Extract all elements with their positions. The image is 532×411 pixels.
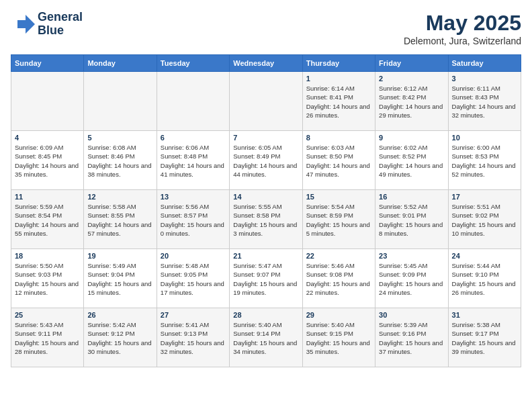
day-number: 20: [161, 252, 226, 260]
day-number: 17: [452, 193, 517, 201]
logo-icon: [11, 12, 35, 36]
day-number: 26: [87, 311, 152, 319]
day-number: 14: [233, 193, 298, 201]
day-info: Sunrise: 5:54 AM Sunset: 8:59 PM Dayligh…: [306, 202, 371, 238]
day-number: 13: [161, 193, 226, 201]
calendar-cell: 14Sunrise: 5:55 AM Sunset: 8:58 PM Dayli…: [230, 190, 302, 249]
calendar-table: SundayMondayTuesdayWednesdayThursdayFrid…: [11, 54, 521, 367]
calendar-cell: 21Sunrise: 5:47 AM Sunset: 9:07 PM Dayli…: [230, 249, 302, 308]
calendar-cell: 24Sunrise: 5:44 AM Sunset: 9:10 PM Dayli…: [448, 249, 521, 308]
day-number: 6: [161, 134, 226, 142]
day-number: 27: [161, 311, 226, 319]
day-number: 22: [306, 252, 371, 260]
calendar-cell: 19Sunrise: 5:49 AM Sunset: 9:04 PM Dayli…: [84, 249, 157, 308]
day-info: Sunrise: 5:59 AM Sunset: 8:54 PM Dayligh…: [15, 202, 80, 238]
day-number: 28: [233, 311, 298, 319]
day-info: Sunrise: 5:42 AM Sunset: 9:12 PM Dayligh…: [87, 320, 152, 356]
day-number: 31: [452, 311, 517, 319]
day-info: Sunrise: 5:55 AM Sunset: 8:58 PM Dayligh…: [233, 202, 298, 238]
day-info: Sunrise: 5:45 AM Sunset: 9:09 PM Dayligh…: [379, 261, 444, 297]
week-row-5: 25Sunrise: 5:43 AM Sunset: 9:11 PM Dayli…: [11, 308, 521, 367]
day-info: Sunrise: 5:43 AM Sunset: 9:11 PM Dayligh…: [15, 320, 80, 356]
month-title: May 2025: [404, 11, 521, 36]
week-row-3: 11Sunrise: 5:59 AM Sunset: 8:54 PM Dayli…: [11, 190, 521, 249]
week-row-4: 18Sunrise: 5:50 AM Sunset: 9:03 PM Dayli…: [11, 249, 521, 308]
day-number: 9: [379, 134, 444, 142]
calendar-cell: 13Sunrise: 5:56 AM Sunset: 8:57 PM Dayli…: [157, 190, 229, 249]
day-number: 25: [15, 311, 80, 319]
day-info: Sunrise: 5:51 AM Sunset: 9:02 PM Dayligh…: [452, 202, 517, 238]
day-info: Sunrise: 5:41 AM Sunset: 9:13 PM Dayligh…: [161, 320, 226, 356]
day-info: Sunrise: 5:40 AM Sunset: 9:15 PM Dayligh…: [306, 320, 371, 356]
day-info: Sunrise: 6:09 AM Sunset: 8:45 PM Dayligh…: [15, 143, 80, 179]
calendar-cell: 4Sunrise: 6:09 AM Sunset: 8:45 PM Daylig…: [11, 131, 84, 190]
day-info: Sunrise: 5:48 AM Sunset: 9:05 PM Dayligh…: [161, 261, 226, 297]
day-info: Sunrise: 5:49 AM Sunset: 9:04 PM Dayligh…: [87, 261, 152, 297]
calendar-cell: 23Sunrise: 5:45 AM Sunset: 9:09 PM Dayli…: [375, 249, 448, 308]
calendar-cell: 1Sunrise: 6:14 AM Sunset: 8:41 PM Daylig…: [302, 72, 375, 131]
day-info: Sunrise: 6:05 AM Sunset: 8:49 PM Dayligh…: [233, 143, 298, 179]
day-info: Sunrise: 6:02 AM Sunset: 8:52 PM Dayligh…: [379, 143, 444, 179]
header-cell-friday: Friday: [375, 55, 448, 72]
calendar-cell: 12Sunrise: 5:58 AM Sunset: 8:55 PM Dayli…: [84, 190, 157, 249]
calendar-cell: 18Sunrise: 5:50 AM Sunset: 9:03 PM Dayli…: [11, 249, 84, 308]
week-row-1: 1Sunrise: 6:14 AM Sunset: 8:41 PM Daylig…: [11, 72, 521, 131]
header-cell-sunday: Sunday: [11, 55, 84, 72]
day-info: Sunrise: 5:58 AM Sunset: 8:55 PM Dayligh…: [87, 202, 152, 238]
calendar-cell: 28Sunrise: 5:40 AM Sunset: 9:14 PM Dayli…: [230, 308, 302, 367]
day-number: 3: [452, 75, 517, 83]
day-info: Sunrise: 6:06 AM Sunset: 8:48 PM Dayligh…: [161, 143, 226, 179]
calendar-cell: 25Sunrise: 5:43 AM Sunset: 9:11 PM Dayli…: [11, 308, 84, 367]
day-number: 19: [87, 252, 152, 260]
day-number: 2: [379, 75, 444, 83]
calendar-cell: [11, 72, 84, 131]
day-number: 7: [233, 134, 298, 142]
page-header: General Blue May 2025 Delemont, Jura, Sw…: [11, 11, 521, 46]
day-info: Sunrise: 5:50 AM Sunset: 9:03 PM Dayligh…: [15, 261, 80, 297]
day-number: 23: [379, 252, 444, 260]
calendar-cell: 30Sunrise: 5:39 AM Sunset: 9:16 PM Dayli…: [375, 308, 448, 367]
day-info: Sunrise: 6:14 AM Sunset: 8:41 PM Dayligh…: [306, 84, 371, 120]
logo-line2: Blue: [38, 24, 64, 37]
calendar-header: SundayMondayTuesdayWednesdayThursdayFrid…: [11, 55, 521, 72]
header-cell-tuesday: Tuesday: [157, 55, 229, 72]
day-number: 10: [452, 134, 517, 142]
day-info: Sunrise: 5:39 AM Sunset: 9:16 PM Dayligh…: [379, 320, 444, 356]
day-number: 8: [306, 134, 371, 142]
calendar-cell: 8Sunrise: 6:03 AM Sunset: 8:50 PM Daylig…: [302, 131, 375, 190]
calendar-cell: 31Sunrise: 5:38 AM Sunset: 9:17 PM Dayli…: [448, 308, 521, 367]
logo-text: General Blue: [38, 11, 83, 38]
day-number: 5: [87, 134, 152, 142]
calendar-cell: [157, 72, 229, 131]
location-subtitle: Delemont, Jura, Switzerland: [404, 36, 521, 46]
day-number: 12: [87, 193, 152, 201]
header-cell-thursday: Thursday: [302, 55, 375, 72]
day-number: 1: [306, 75, 371, 83]
day-info: Sunrise: 6:00 AM Sunset: 8:53 PM Dayligh…: [452, 143, 517, 179]
calendar-cell: 5Sunrise: 6:08 AM Sunset: 8:46 PM Daylig…: [84, 131, 157, 190]
day-number: 21: [233, 252, 298, 260]
day-info: Sunrise: 6:08 AM Sunset: 8:46 PM Dayligh…: [87, 143, 152, 179]
day-number: 15: [306, 193, 371, 201]
header-cell-wednesday: Wednesday: [230, 55, 302, 72]
calendar-cell: 15Sunrise: 5:54 AM Sunset: 8:59 PM Dayli…: [302, 190, 375, 249]
title-block: May 2025 Delemont, Jura, Switzerland: [404, 11, 521, 46]
day-number: 24: [452, 252, 517, 260]
day-info: Sunrise: 6:03 AM Sunset: 8:50 PM Dayligh…: [306, 143, 371, 179]
calendar-cell: 17Sunrise: 5:51 AM Sunset: 9:02 PM Dayli…: [448, 190, 521, 249]
calendar-cell: 29Sunrise: 5:40 AM Sunset: 9:15 PM Dayli…: [302, 308, 375, 367]
calendar-cell: 7Sunrise: 6:05 AM Sunset: 8:49 PM Daylig…: [230, 131, 302, 190]
calendar-cell: 3Sunrise: 6:11 AM Sunset: 8:43 PM Daylig…: [448, 72, 521, 131]
day-info: Sunrise: 5:52 AM Sunset: 9:01 PM Dayligh…: [379, 202, 444, 238]
calendar-cell: [230, 72, 302, 131]
calendar-cell: 9Sunrise: 6:02 AM Sunset: 8:52 PM Daylig…: [375, 131, 448, 190]
day-number: 29: [306, 311, 371, 319]
day-number: 16: [379, 193, 444, 201]
day-number: 18: [15, 252, 80, 260]
calendar-cell: 10Sunrise: 6:00 AM Sunset: 8:53 PM Dayli…: [448, 131, 521, 190]
day-info: Sunrise: 6:12 AM Sunset: 8:42 PM Dayligh…: [379, 84, 444, 120]
calendar-body: 1Sunrise: 6:14 AM Sunset: 8:41 PM Daylig…: [11, 72, 521, 367]
day-info: Sunrise: 5:56 AM Sunset: 8:57 PM Dayligh…: [161, 202, 226, 238]
day-info: Sunrise: 5:44 AM Sunset: 9:10 PM Dayligh…: [452, 261, 517, 297]
day-info: Sunrise: 6:11 AM Sunset: 8:43 PM Dayligh…: [452, 84, 517, 120]
